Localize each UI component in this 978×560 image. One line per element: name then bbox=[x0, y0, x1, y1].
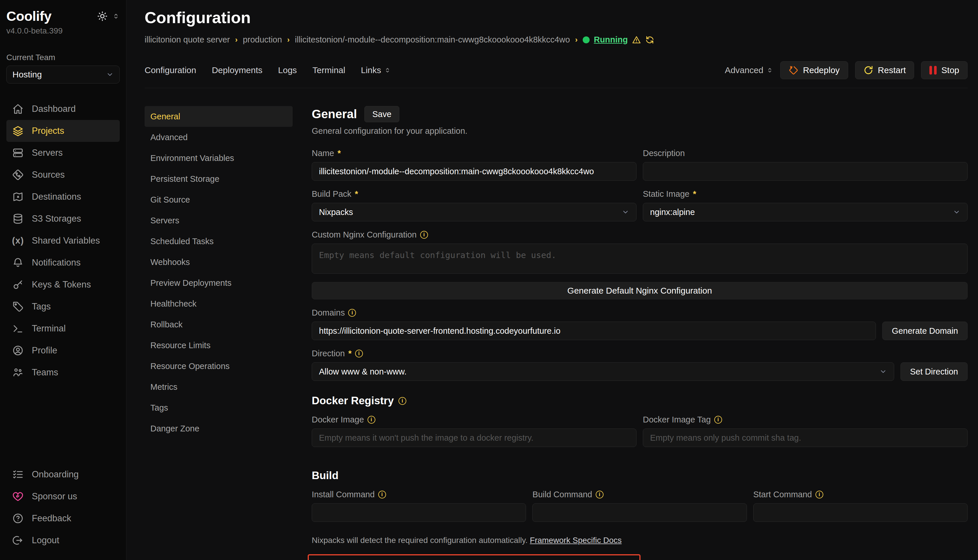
sidebar-item-onboarding[interactable]: Onboarding bbox=[7, 463, 120, 485]
sidebar-item-teams[interactable]: Teams bbox=[7, 362, 120, 383]
subnav-item-environment-variables[interactable]: Environment Variables bbox=[145, 148, 293, 168]
subnav-item-scheduled-tasks[interactable]: Scheduled Tasks bbox=[145, 231, 293, 252]
base-directory-highlight-box: Base Directoryi bbox=[308, 554, 640, 560]
theme-sun-icon[interactable] bbox=[97, 11, 107, 22]
sidebar-item-keys-tokens[interactable]: Keys & Tokens bbox=[7, 273, 120, 296]
breadcrumb: illicitonion quote server › production ›… bbox=[145, 35, 968, 45]
tab-configuration[interactable]: Configuration bbox=[145, 65, 196, 75]
home-icon bbox=[12, 103, 24, 115]
logout-icon bbox=[12, 535, 24, 546]
framework-docs-link[interactable]: Framework Specific Docs bbox=[530, 536, 622, 545]
breadcrumb-project[interactable]: illicitonion quote server bbox=[145, 35, 230, 45]
build-pack-select[interactable]: Nixpacks bbox=[312, 203, 637, 221]
info-icon[interactable]: i bbox=[714, 416, 722, 423]
save-button[interactable]: Save bbox=[364, 106, 399, 122]
build-pack-label: Build Pack bbox=[312, 189, 351, 199]
server-icon bbox=[12, 147, 24, 158]
sidebar-item-sources[interactable]: Sources bbox=[7, 164, 120, 186]
build-command-input[interactable] bbox=[532, 503, 747, 522]
info-icon[interactable]: i bbox=[398, 397, 406, 405]
chevrons-up-down-icon bbox=[766, 67, 773, 74]
stop-pause-icon bbox=[930, 66, 937, 75]
sidebar-item-s3-storages[interactable]: S3 Storages bbox=[7, 208, 120, 230]
tab-links[interactable]: Links bbox=[361, 65, 391, 75]
refresh-icon[interactable] bbox=[645, 35, 654, 45]
sidebar-item-profile[interactable]: Profile bbox=[7, 340, 120, 362]
sidebar-item-terminal[interactable]: Terminal bbox=[7, 318, 120, 340]
subnav-item-healthcheck[interactable]: Healthcheck bbox=[145, 293, 293, 314]
subnav-item-general[interactable]: General bbox=[145, 106, 293, 127]
set-direction-button[interactable]: Set Direction bbox=[901, 362, 968, 381]
name-input[interactable] bbox=[312, 162, 637, 181]
team-select[interactable]: Hosting bbox=[7, 66, 120, 83]
settings-subnav: General Advanced Environment Variables P… bbox=[145, 106, 293, 439]
help-circle-icon bbox=[12, 513, 24, 524]
generate-domain-button[interactable]: Generate Domain bbox=[882, 322, 968, 340]
generate-nginx-button[interactable]: Generate Default Nginx Configuration bbox=[312, 282, 968, 299]
map-icon bbox=[12, 191, 24, 203]
subnav-item-preview-deployments[interactable]: Preview Deployments bbox=[145, 272, 293, 293]
info-icon[interactable]: i bbox=[378, 491, 386, 498]
status-running-link[interactable]: Running bbox=[593, 35, 628, 45]
custom-nginx-textarea[interactable] bbox=[312, 243, 968, 273]
sidebar-item-servers[interactable]: Servers bbox=[7, 142, 120, 164]
direction-label: Direction bbox=[312, 349, 345, 358]
advanced-toggle[interactable]: Advanced bbox=[725, 65, 773, 75]
subnav-item-git-source[interactable]: Git Source bbox=[145, 189, 293, 210]
domains-input[interactable] bbox=[312, 322, 876, 340]
info-icon[interactable]: i bbox=[816, 491, 823, 498]
sidebar-item-feedback[interactable]: Feedback bbox=[7, 507, 120, 529]
subnav-item-persistent-storage[interactable]: Persistent Storage bbox=[145, 168, 293, 189]
tab-deployments[interactable]: Deployments bbox=[212, 65, 262, 75]
direction-select[interactable]: Allow www & non-www. bbox=[312, 362, 894, 381]
subnav-item-danger-zone[interactable]: Danger Zone bbox=[145, 418, 293, 439]
subnav-item-metrics[interactable]: Metrics bbox=[145, 377, 293, 397]
description-input[interactable] bbox=[643, 162, 968, 181]
sidebar-item-dashboard[interactable]: Dashboard bbox=[7, 98, 120, 120]
subnav-item-servers[interactable]: Servers bbox=[145, 210, 293, 231]
build-command-label: Build Command bbox=[532, 490, 592, 499]
subnav-item-rollback[interactable]: Rollback bbox=[145, 314, 293, 335]
start-command-input[interactable] bbox=[753, 503, 968, 522]
docker-image-label: Docker Image bbox=[312, 415, 364, 425]
heart-hands-icon bbox=[12, 491, 24, 502]
subnav-item-tags[interactable]: Tags bbox=[145, 397, 293, 418]
sidebar-item-shared-variables[interactable]: (x) Shared Variables bbox=[7, 230, 120, 252]
breadcrumb-environment[interactable]: production bbox=[243, 35, 282, 45]
info-icon[interactable]: i bbox=[348, 309, 356, 317]
sidebar-item-notifications[interactable]: Notifications bbox=[7, 252, 120, 273]
static-image-select[interactable]: nginx:alpine bbox=[643, 203, 968, 221]
custom-nginx-label: Custom Nginx Configuration bbox=[312, 230, 417, 240]
info-icon[interactable]: i bbox=[355, 350, 363, 357]
info-icon[interactable]: i bbox=[420, 231, 428, 239]
sidebar-item-destinations[interactable]: Destinations bbox=[7, 186, 120, 208]
tab-logs[interactable]: Logs bbox=[278, 65, 297, 75]
chevrons-up-down-icon[interactable] bbox=[112, 12, 120, 20]
subnav-item-advanced[interactable]: Advanced bbox=[145, 127, 293, 148]
sidebar-item-projects[interactable]: Projects bbox=[7, 120, 120, 142]
database-icon bbox=[12, 213, 24, 225]
breadcrumb-application[interactable]: illicitestonion/-module--decomposition:m… bbox=[295, 35, 570, 45]
info-icon[interactable]: i bbox=[368, 416, 375, 423]
sidebar-item-tags[interactable]: Tags bbox=[7, 296, 120, 318]
chevron-down-icon bbox=[879, 368, 887, 375]
docker-image-input[interactable] bbox=[312, 428, 637, 447]
install-command-input[interactable] bbox=[312, 503, 526, 522]
redeploy-button[interactable]: Redeploy bbox=[780, 61, 848, 79]
subnav-item-resource-operations[interactable]: Resource Operations bbox=[145, 356, 293, 377]
bell-icon bbox=[12, 257, 24, 268]
sidebar-item-sponsor-us[interactable]: Sponsor us bbox=[7, 485, 120, 507]
tab-terminal[interactable]: Terminal bbox=[313, 65, 345, 75]
subnav-item-resource-limits[interactable]: Resource Limits bbox=[145, 335, 293, 356]
subnav-item-webhooks[interactable]: Webhooks bbox=[145, 252, 293, 272]
breadcrumb-separator-icon: › bbox=[575, 35, 578, 44]
warning-triangle-icon[interactable] bbox=[632, 35, 641, 45]
name-label: Name bbox=[312, 148, 334, 158]
chevron-down-icon bbox=[106, 71, 114, 78]
stop-button[interactable]: Stop bbox=[921, 61, 968, 79]
install-command-label: Install Command bbox=[312, 490, 375, 499]
restart-button[interactable]: Restart bbox=[855, 61, 914, 79]
info-icon[interactable]: i bbox=[596, 491, 604, 498]
sidebar-item-logout[interactable]: Logout bbox=[7, 529, 120, 551]
docker-image-tag-input[interactable] bbox=[643, 428, 968, 447]
